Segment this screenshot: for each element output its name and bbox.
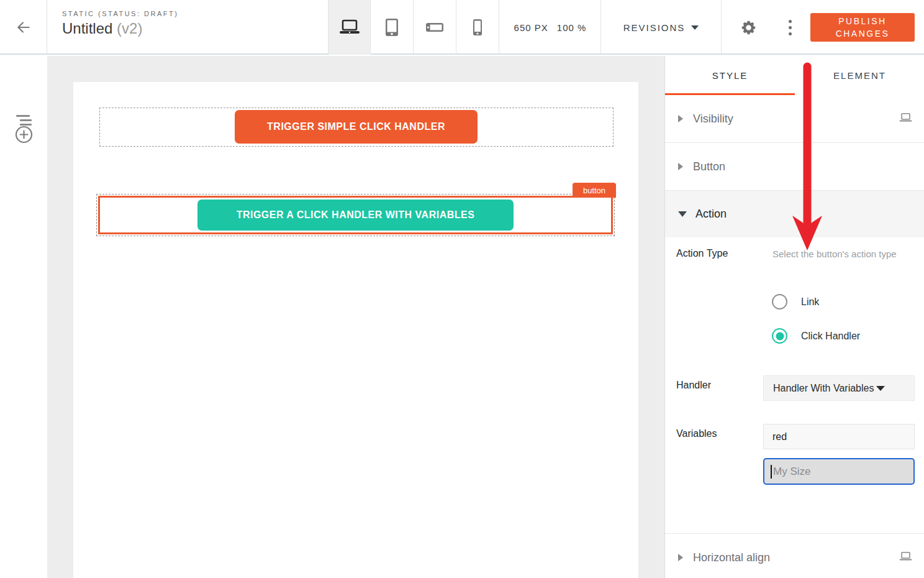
chevron-right-icon xyxy=(678,554,683,561)
selected-block-outline[interactable]: button TRIGGER A CLICK HANDLER WITH VARI… xyxy=(96,194,615,236)
section-label: Visibility xyxy=(693,112,733,126)
section-action[interactable]: Action xyxy=(665,191,924,237)
device-preview-switcher xyxy=(328,0,499,55)
zoom-level-value: 100 % xyxy=(557,22,587,33)
handler-selected-value: Handler With Variables xyxy=(773,383,874,394)
kebab-dot xyxy=(789,32,792,35)
outline-icon xyxy=(20,119,32,121)
publish-changes-button[interactable]: PUBLISH CHANGES xyxy=(810,13,915,42)
text-cursor xyxy=(771,465,772,479)
viewport-width-value: 650 PX xyxy=(514,22,548,33)
desktop-scope-icon xyxy=(899,113,912,125)
settings-button[interactable] xyxy=(733,0,764,55)
section-label: Button xyxy=(693,160,725,173)
device-desktop-button[interactable] xyxy=(328,0,371,55)
button-block-container[interactable]: TRIGGER SIMPLE CLICK HANDLER xyxy=(99,108,614,147)
chevron-right-icon xyxy=(678,115,683,122)
more-options-button[interactable] xyxy=(777,0,802,55)
section-label: Action xyxy=(695,208,727,221)
outline-icon xyxy=(20,124,32,126)
tab-element[interactable]: ELEMENT xyxy=(795,56,924,95)
radio-label: Click Handler xyxy=(801,331,860,342)
selected-button-block[interactable]: button TRIGGER A CLICK HANDLER WITH VARI… xyxy=(98,196,613,234)
variable-input-1[interactable] xyxy=(763,424,915,449)
document-title-block: STATIC (STATUS: DRAFT) Untitled (v2) xyxy=(62,10,178,37)
section-horizontal-align[interactable]: Horizontal align xyxy=(665,533,924,578)
inspector-panel: STYLE ELEMENT Visibility Button Action A… xyxy=(664,56,924,578)
variables-click-handler-button[interactable]: TRIGGER A CLICK HANDLER WITH VARIABLES xyxy=(197,200,514,231)
radio-unchecked-icon[interactable] xyxy=(772,294,787,310)
revisions-dropdown[interactable]: REVISIONS xyxy=(601,0,722,55)
simple-click-handler-button[interactable]: TRIGGER SIMPLE CLICK HANDLER xyxy=(235,110,478,144)
section-label: Horizontal align xyxy=(693,551,770,564)
radio-label: Link xyxy=(801,296,819,308)
chevron-down-icon xyxy=(876,386,885,391)
chevron-down-icon xyxy=(678,211,687,217)
variables-label: Variables xyxy=(676,428,717,439)
inspector-tabs: STYLE ELEMENT xyxy=(665,56,924,95)
document-version: (v2) xyxy=(117,20,142,37)
desktop-icon xyxy=(338,19,361,36)
left-toolbar xyxy=(0,56,47,578)
plus-circle-icon xyxy=(15,126,33,144)
gear-icon xyxy=(740,19,757,36)
page-title: Untitled (v2) xyxy=(62,20,178,37)
handler-select[interactable]: Handler With Variables xyxy=(763,375,915,401)
document-name: Untitled xyxy=(62,20,112,37)
kebab-dot xyxy=(789,20,792,23)
section-button[interactable]: Button xyxy=(665,143,924,191)
desktop-scope-icon xyxy=(899,552,912,564)
outline-icon xyxy=(16,115,30,117)
editor-canvas[interactable]: TRIGGER SIMPLE CLICK HANDLER button TRIG… xyxy=(47,56,664,578)
tab-style[interactable]: STYLE xyxy=(665,56,795,95)
radio-option-click-handler[interactable]: Click Handler xyxy=(772,328,860,344)
page-surface[interactable]: TRIGGER SIMPLE CLICK HANDLER button TRIG… xyxy=(73,82,638,578)
add-element-button[interactable] xyxy=(15,126,33,146)
top-toolbar: STATIC (STATUS: DRAFT) Untitled (v2) xyxy=(0,0,924,55)
arrow-left-icon xyxy=(16,19,32,35)
kebab-dot xyxy=(789,26,792,29)
radio-option-link[interactable]: Link xyxy=(772,294,819,310)
outline-tree-button[interactable] xyxy=(16,115,32,126)
viewport-info: 650 PX 100 % xyxy=(500,0,601,55)
selection-type-badge: button xyxy=(573,183,616,198)
tablet-icon xyxy=(385,18,399,37)
variable-input-2[interactable] xyxy=(763,458,915,485)
handler-label: Handler xyxy=(676,380,711,391)
chevron-down-icon xyxy=(691,25,699,30)
document-status: STATIC (STATUS: DRAFT) xyxy=(62,10,178,17)
phone-landscape-icon xyxy=(425,22,444,32)
section-visibility[interactable]: Visibility xyxy=(665,95,924,143)
device-phone-button[interactable] xyxy=(456,0,499,55)
action-type-label: Action Type xyxy=(676,248,728,259)
action-type-help: Select the button's action type xyxy=(772,247,903,261)
chevron-right-icon xyxy=(678,163,683,170)
device-landscape-button[interactable] xyxy=(414,0,456,55)
back-button[interactable] xyxy=(0,0,47,55)
revisions-label: REVISIONS xyxy=(623,22,686,33)
device-tablet-button[interactable] xyxy=(371,0,414,55)
phone-portrait-icon xyxy=(473,19,482,36)
radio-checked-icon[interactable] xyxy=(772,328,787,344)
